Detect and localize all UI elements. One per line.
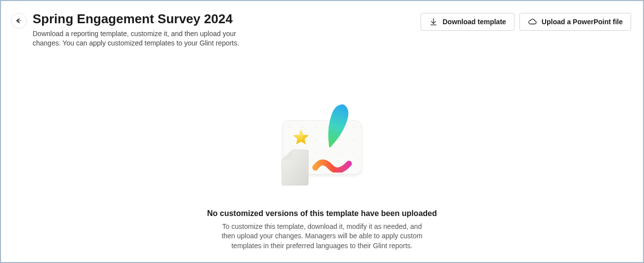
arrow-left-icon <box>15 17 22 24</box>
download-template-label: Download template <box>443 18 506 26</box>
document-icon <box>279 149 309 186</box>
page-title: Spring Engagement Survey 2024 <box>33 11 240 27</box>
squiggle-icon <box>312 159 352 173</box>
page-subtitle: Download a reporting template, customize… <box>33 29 240 48</box>
back-button[interactable] <box>11 13 27 29</box>
empty-state-title: No customized versions of this template … <box>207 209 437 218</box>
upload-powerpoint-label: Upload a PowerPoint file <box>542 18 623 26</box>
download-icon <box>429 17 438 26</box>
download-template-button[interactable]: Download template <box>421 13 515 31</box>
star-icon <box>292 128 310 147</box>
empty-state: No customized versions of this template … <box>1 100 643 251</box>
empty-state-illustration <box>278 100 367 189</box>
upload-powerpoint-button[interactable]: Upload a PowerPoint file <box>519 13 631 31</box>
cloud-upload-icon <box>528 17 537 26</box>
empty-state-description: To customize this template, download it,… <box>216 222 429 251</box>
